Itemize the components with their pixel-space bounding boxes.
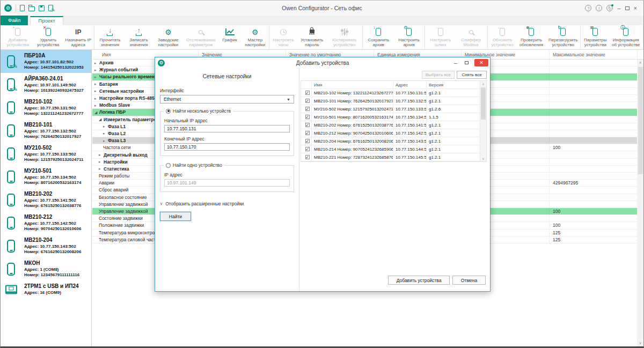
- interface-select[interactable]: Ethernet ▼: [160, 95, 294, 103]
- scrollbar-thumb[interactable]: [481, 87, 486, 120]
- table-row[interactable]: ✓МВ210-102 Номер: 13221124123267277710.7…: [301, 89, 486, 97]
- table-row[interactable]: ✓МВ210-202 Номер: 6761525013203877610.77…: [301, 121, 486, 129]
- tree-collapsed-icon[interactable]: ▸: [103, 124, 108, 128]
- sidebar-device-item[interactable]: МУ210-502Адрес: 10.77.150.133:502Номер: …: [1, 142, 91, 165]
- table-column-header[interactable]: Версия: [427, 81, 481, 88]
- tree-collapsed-icon[interactable]: ▸: [94, 75, 99, 79]
- multi-device-radio[interactable]: [166, 109, 171, 114]
- row-checkbox[interactable]: ✓: [305, 123, 310, 127]
- minimize-button[interactable]: –: [617, 5, 620, 11]
- open-file-icon[interactable]: [28, 6, 35, 11]
- scroll-up-icon[interactable]: ∧: [637, 61, 643, 65]
- save-file-icon[interactable]: [39, 5, 45, 11]
- tree-collapsed-icon[interactable]: ▸: [103, 131, 108, 135]
- info-icon[interactable]: i: [596, 5, 602, 11]
- start-ip-input[interactable]: [164, 125, 290, 132]
- table-row[interactable]: ✓МВ210-214 Номер: 9070524123268590610.77…: [301, 145, 486, 153]
- close-button[interactable]: ×: [634, 5, 637, 11]
- table-row[interactable]: ✓МВ210-221 Номер: 7287324123268587610.77…: [301, 153, 486, 161]
- single-device-radio-row[interactable]: Найти одно устройство: [164, 162, 224, 168]
- sidebar-device-item[interactable]: МВ210-102Адрес: 10.77.150.131:502Номер: …: [1, 96, 91, 119]
- end-ip-input[interactable]: [164, 143, 290, 151]
- tree-collapsed-icon[interactable]: ▸: [99, 167, 104, 171]
- row-checkbox[interactable]: ✓: [305, 107, 310, 111]
- tree-collapsed-icon[interactable]: ▸: [94, 97, 99, 100]
- tree-collapsed-icon[interactable]: ▸: [94, 61, 99, 65]
- row-checkbox[interactable]: ✓: [305, 147, 310, 151]
- ribbon-button[interactable]: ✕Удалить устройства: [33, 26, 63, 49]
- update-icon[interactable]: ↻: [606, 5, 613, 11]
- table-row[interactable]: ✓МУ210-502 Номер: 12157925013202471110.7…: [301, 105, 486, 113]
- sidebar-device-item[interactable]: МВ210-204Адрес: 10.77.150.143:502Номер: …: [1, 234, 91, 257]
- deselect-all-button[interactable]: Снять все: [457, 71, 487, 79]
- sidebar-device-item[interactable]: МВ210-202Адрес: 10.77.150.141:502Номер: …: [1, 188, 91, 211]
- tree-collapsed-icon[interactable]: ▸: [94, 103, 99, 107]
- row-checkbox[interactable]: ✓: [305, 91, 310, 95]
- tree-label: Измеритель параметров: [104, 117, 159, 122]
- cancel-button[interactable]: Отмена: [452, 276, 486, 285]
- find-button[interactable]: Найти: [160, 212, 191, 221]
- ribbon-button[interactable]: IPНазначить IP адреса: [63, 26, 93, 49]
- multi-device-radio-row[interactable]: Найти несколько устройств: [164, 108, 233, 114]
- row-checkbox[interactable]: ✓: [305, 131, 310, 135]
- scroll-down-icon[interactable]: ∨: [480, 157, 486, 160]
- scrollbar-thumb[interactable]: [638, 67, 643, 174]
- dialog-close-button[interactable]: ✕: [474, 59, 488, 66]
- tree-collapsed-icon[interactable]: ▸: [99, 153, 104, 157]
- single-device-radio[interactable]: [166, 163, 171, 168]
- ribbon-button[interactable]: ⚙Настроить архив: [394, 26, 425, 49]
- ribbon-button[interactable]: ⚙Мастер настройки: [241, 26, 268, 49]
- ribbon-button[interactable]: График: [218, 26, 241, 49]
- tree-collapsed-icon[interactable]: ▸: [94, 89, 99, 93]
- table-row[interactable]: ✓МВ210-101 Номер: 7626425013201792710.77…: [301, 97, 486, 105]
- tree-collapsed-icon[interactable]: ▸: [94, 68, 99, 72]
- sidebar-device-item[interactable]: МВ210-101Адрес: 10.77.150.132:502Номер: …: [1, 119, 91, 142]
- sidebar-device-item[interactable]: ✎ПБР10ААдрес: 10.97.101.82:502Номер: 144…: [1, 50, 91, 73]
- row-checkbox[interactable]: ✓: [305, 99, 310, 103]
- table-row[interactable]: ✓МВ210-204 Номер: 6761625013200820610.77…: [301, 137, 486, 145]
- grid-scrollbar[interactable]: ∧ ∨: [637, 60, 643, 346]
- table-column-header[interactable]: Имя: [312, 81, 393, 88]
- dialog-table-scrollbar[interactable]: ∧ ∨: [480, 81, 486, 161]
- ribbon-button[interactable]: ↻Перезагрузить устройство: [546, 26, 580, 49]
- sidebar-device-item[interactable]: МУ210-501Адрес: 10.77.150.134:502Номер: …: [1, 165, 91, 188]
- tree-expanded-icon[interactable]: ◢: [94, 110, 99, 114]
- row-checkbox[interactable]: ✓: [305, 115, 310, 119]
- tab-project[interactable]: Проект: [30, 16, 63, 25]
- restore-button[interactable]: [625, 6, 630, 10]
- sidebar-device-item[interactable]: МКОНАдрес: 1 (COM8)Номер: 12345679111111…: [1, 257, 91, 280]
- ribbon-button[interactable]: ↓Сохранить архив: [363, 26, 394, 49]
- tree-collapsed-icon[interactable]: ▸: [99, 160, 104, 164]
- device-list-sidebar: ✎ПБР10ААдрес: 10.97.101.82:502Номер: 144…: [1, 50, 92, 346]
- sidebar-device-item[interactable]: 2ТРМ1 с USB и ИП24Адрес: 16 (COM9): [1, 280, 91, 298]
- scroll-up-icon[interactable]: ∧: [480, 82, 486, 86]
- sidebar-device-item[interactable]: ✎АЙРА360-24.01Адрес: 10.97.101.149:502Но…: [1, 73, 91, 96]
- table-row[interactable]: ✓МУ210-501 Номер: 8071620053216317410.77…: [301, 113, 486, 121]
- sidebar-device-item[interactable]: МВ210-212Адрес: 10.77.150.142:502Номер: …: [1, 211, 91, 234]
- new-file-icon[interactable]: [20, 5, 25, 11]
- tree-collapsed-icon[interactable]: ▸: [94, 82, 99, 86]
- dialog-minimize-button[interactable]: –: [451, 60, 460, 66]
- tree-collapsed-icon[interactable]: ▸: [103, 139, 108, 143]
- help-icon[interactable]: ?: [585, 5, 591, 11]
- advanced-settings-expander[interactable]: ∨ Отобразить расширенные настройки: [160, 201, 294, 206]
- ribbon-button[interactable]: ⊞Параметры устройства: [581, 26, 609, 49]
- tree-expanded-icon[interactable]: ◢: [99, 117, 104, 121]
- ribbon-button[interactable]: ⓘИнформация об устройстве: [609, 26, 642, 49]
- dialog-maximize-button[interactable]: [465, 61, 469, 64]
- ribbon-button[interactable]: ***Установить пароль: [297, 26, 327, 49]
- table-column-header[interactable]: Адрес: [393, 81, 427, 88]
- row-checkbox[interactable]: ✓: [305, 139, 310, 143]
- ribbon-button[interactable]: ↓Прочитать значения: [95, 26, 125, 49]
- ribbon-button[interactable]: ⊕Проверить обновления: [516, 26, 546, 49]
- row-checkbox[interactable]: ✓: [305, 155, 310, 159]
- add-devices-button[interactable]: Добавить устройства: [388, 276, 450, 285]
- grid-column-header[interactable]: Максимальное значение: [550, 50, 638, 59]
- table-row[interactable]: ✓МВ210-212 Номер: 9070425013201060610.77…: [301, 129, 486, 137]
- ribbon-button[interactable]: ↑Записать значения: [125, 26, 153, 49]
- save-as-icon[interactable]: [48, 5, 53, 11]
- device-params-icon: ⊞: [592, 27, 598, 37]
- ribbon-button[interactable]: ⚙Заводские настройки: [153, 26, 184, 49]
- tab-file[interactable]: Файл: [1, 16, 28, 25]
- scroll-down-icon[interactable]: ∨: [637, 341, 643, 345]
